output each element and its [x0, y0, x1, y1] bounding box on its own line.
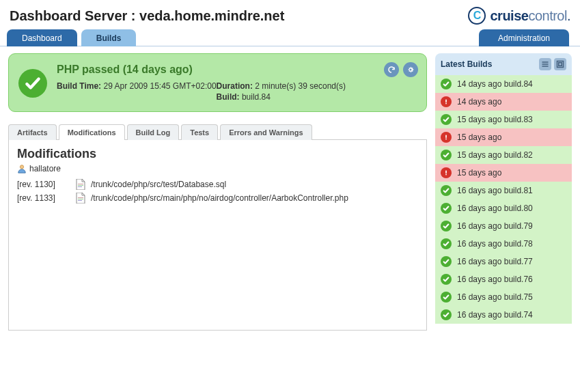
file-path: /trunk/code/php/src/main/php/no/airdog/c… [91, 193, 348, 203]
build-item[interactable]: 15 days ago [435, 164, 572, 182]
svg-rect-7 [78, 200, 82, 201]
build-cell: Build: build.84 [217, 92, 417, 102]
content: PHP passed (14 days ago) Build Time: 29 … [0, 46, 580, 337]
modifications-heading: Modifications [17, 147, 418, 161]
build-item[interactable]: 15 days ago build.83 [435, 111, 572, 128]
latest-builds-header: Latest Builds [435, 53, 572, 75]
svg-point-0 [410, 69, 412, 71]
modification-row: [rev. 1133] /trunk/code/php/src/main/php… [17, 191, 418, 205]
author-name: hallatore [29, 164, 61, 173]
dtab-tests[interactable]: Tests [181, 124, 218, 140]
author-row: hallatore [17, 164, 418, 173]
svg-rect-9 [542, 64, 549, 65]
revision: [rev. 1133] [17, 193, 70, 203]
status-details: PHP passed (14 days ago) Build Time: 29 … [57, 64, 417, 102]
logo: cruisecontrol. [468, 7, 570, 25]
build-item-text: 16 days ago build.74 [457, 310, 533, 320]
check-icon [441, 114, 452, 125]
build-item-text: 15 days ago [457, 132, 501, 142]
build-item-text: 14 days ago [457, 97, 501, 107]
build-item-text: 15 days ago [457, 168, 501, 178]
build-item-text: 16 days ago build.79 [457, 221, 533, 231]
logo-text: cruisecontrol. [490, 8, 570, 24]
svg-rect-13 [445, 100, 447, 102]
svg-rect-15 [445, 135, 447, 138]
logo-icon [468, 7, 486, 25]
modification-row: [rev. 1130] /trunk/code/php/src/test/Dat… [17, 178, 418, 191]
dtab-modifications[interactable]: Modifications [59, 124, 125, 140]
svg-rect-2 [78, 184, 83, 184]
logo-text-bold: cruise [490, 8, 528, 23]
status-action-icons [384, 62, 418, 77]
build-item[interactable]: 16 days ago build.78 [435, 235, 572, 253]
svg-rect-5 [78, 197, 83, 198]
build-item-text: 16 days ago build.76 [457, 275, 533, 284]
build-item-text: 16 days ago build.75 [457, 292, 533, 302]
build-item[interactable]: 15 days ago [435, 128, 572, 146]
refresh-icon[interactable] [384, 62, 399, 77]
settings-icon[interactable] [403, 62, 418, 77]
svg-rect-14 [445, 103, 447, 104]
build-item[interactable]: 14 days ago [435, 93, 572, 111]
build-item-text: 16 days ago build.81 [457, 186, 533, 195]
build-item-text: 15 days ago build.83 [457, 115, 533, 124]
svg-rect-3 [78, 185, 83, 186]
build-label: Build: [217, 92, 242, 102]
build-item-text: 16 days ago build.80 [457, 204, 533, 213]
svg-rect-10 [542, 66, 549, 67]
build-item[interactable]: 14 days ago build.84 [435, 75, 572, 93]
empty-cell [57, 92, 217, 102]
build-item[interactable]: 16 days ago build.74 [435, 306, 572, 324]
check-icon [441, 150, 452, 160]
build-item-text: 16 days ago build.78 [457, 239, 533, 249]
error-icon [441, 132, 452, 143]
collapse-icon[interactable] [554, 58, 566, 70]
svg-rect-11 [557, 61, 564, 68]
build-item[interactable]: 16 days ago build.81 [435, 182, 572, 199]
build-value: build.84 [242, 92, 271, 102]
build-item[interactable]: 16 days ago build.80 [435, 199, 572, 217]
tab-builds[interactable]: Builds [81, 29, 137, 46]
check-icon [441, 185, 452, 196]
check-icon [441, 203, 452, 214]
dtab-build-log[interactable]: Build Log [127, 124, 180, 140]
duration-cell: Duration: 2 minute(s) 39 second(s) [217, 81, 417, 91]
detail-tabs: Artifacts Modifications Build Log Tests … [8, 124, 427, 140]
build-item-text: 14 days ago build.84 [457, 79, 533, 89]
svg-rect-17 [445, 171, 447, 173]
duration-label: Duration: [217, 81, 256, 91]
main-column: PHP passed (14 days ago) Build Time: 29 … [8, 53, 427, 331]
build-status-panel: PHP passed (14 days ago) Build Time: 29 … [8, 53, 427, 112]
build-time-cell: Build Time: 29 Apr 2009 15:45 GMT+02:00 [57, 81, 217, 91]
tab-administration[interactable]: Administration [479, 29, 569, 46]
latest-builds-title: Latest Builds [441, 59, 492, 69]
file-icon [76, 193, 85, 204]
svg-rect-12 [559, 63, 562, 66]
check-icon [441, 238, 452, 249]
check-icon [441, 274, 452, 285]
check-icon [441, 292, 452, 303]
tab-dashboard[interactable]: Dashboard [7, 29, 77, 46]
build-item[interactable]: 16 days ago build.76 [435, 270, 572, 288]
dtab-errors[interactable]: Errors and Warnings [220, 124, 312, 140]
dtab-artifacts[interactable]: Artifacts [8, 124, 57, 140]
build-item[interactable]: 16 days ago build.77 [435, 253, 572, 270]
check-icon [441, 221, 452, 232]
modifications-panel: Modifications hallatore [rev. 1130] /tru… [8, 139, 427, 331]
list-icon[interactable] [539, 58, 551, 70]
person-icon [17, 164, 27, 173]
build-item[interactable]: 16 days ago build.79 [435, 217, 572, 235]
build-time-label: Build Time: [57, 81, 103, 91]
file-path: /trunk/code/php/src/test/Database.sql [91, 180, 226, 189]
build-item-text: 16 days ago build.77 [457, 257, 533, 266]
build-item[interactable]: 16 days ago build.75 [435, 288, 572, 306]
check-icon [441, 256, 452, 267]
build-item-text: 15 days ago build.82 [457, 150, 533, 160]
build-time-value: 29 Apr 2009 15:45 GMT+02:00 [103, 81, 216, 91]
status-pass-icon [18, 69, 47, 98]
svg-point-1 [20, 165, 23, 169]
svg-rect-6 [78, 199, 83, 199]
svg-rect-8 [542, 61, 549, 63]
check-icon [441, 79, 452, 89]
build-item[interactable]: 15 days ago build.82 [435, 146, 572, 164]
